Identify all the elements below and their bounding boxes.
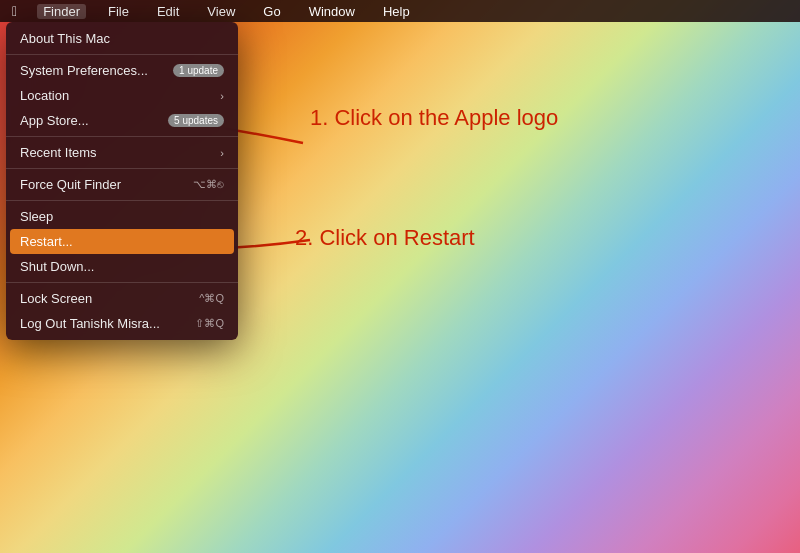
menu-item-location[interactable]: Location ›	[6, 83, 238, 108]
go-menu[interactable]: Go	[257, 4, 286, 19]
menu-item-about[interactable]: About This Mac	[6, 26, 238, 51]
force-quit-shortcut: ⌥⌘⎋	[193, 178, 224, 191]
view-menu[interactable]: View	[201, 4, 241, 19]
system-prefs-badge: 1 update	[173, 64, 224, 77]
lock-screen-shortcut: ^⌘Q	[199, 292, 224, 305]
location-label: Location	[20, 88, 220, 103]
window-menu[interactable]: Window	[303, 4, 361, 19]
menu-item-system-prefs[interactable]: System Preferences... 1 update	[6, 58, 238, 83]
edit-menu[interactable]: Edit	[151, 4, 185, 19]
app-store-label: App Store...	[20, 113, 160, 128]
logout-label: Log Out Tanishk Misra...	[20, 316, 187, 331]
about-label: About This Mac	[20, 31, 224, 46]
menu-item-force-quit[interactable]: Force Quit Finder ⌥⌘⎋	[6, 172, 238, 197]
logout-shortcut: ⇧⌘Q	[195, 317, 224, 330]
recent-items-label: Recent Items	[20, 145, 220, 160]
force-quit-label: Force Quit Finder	[20, 177, 185, 192]
menu-divider-5	[6, 282, 238, 283]
menu-divider-3	[6, 168, 238, 169]
menu-item-restart[interactable]: Restart...	[10, 229, 234, 254]
menu-divider-1	[6, 54, 238, 55]
menu-divider-2	[6, 136, 238, 137]
sleep-label: Sleep	[20, 209, 224, 224]
file-menu[interactable]: File	[102, 4, 135, 19]
instruction-step2: 2. Click on Restart	[295, 225, 475, 251]
menubar:  Finder File Edit View Go Window Help	[0, 0, 800, 22]
menu-item-logout[interactable]: Log Out Tanishk Misra... ⇧⌘Q	[6, 311, 238, 336]
menu-item-shutdown[interactable]: Shut Down...	[6, 254, 238, 279]
menu-item-recent-items[interactable]: Recent Items ›	[6, 140, 238, 165]
menu-divider-4	[6, 200, 238, 201]
shutdown-label: Shut Down...	[20, 259, 224, 274]
location-arrow-icon: ›	[220, 90, 224, 102]
app-store-badge: 5 updates	[168, 114, 224, 127]
finder-menu[interactable]: Finder	[37, 4, 86, 19]
menu-item-app-store[interactable]: App Store... 5 updates	[6, 108, 238, 133]
recent-items-arrow-icon: ›	[220, 147, 224, 159]
help-menu[interactable]: Help	[377, 4, 416, 19]
menu-item-lock-screen[interactable]: Lock Screen ^⌘Q	[6, 286, 238, 311]
lock-screen-label: Lock Screen	[20, 291, 191, 306]
apple-dropdown-menu: About This Mac System Preferences... 1 u…	[6, 22, 238, 340]
apple-menu-button[interactable]: 	[8, 3, 21, 19]
instruction-step1: 1. Click on the Apple logo	[310, 105, 558, 131]
restart-label: Restart...	[20, 234, 224, 249]
desktop:  Finder File Edit View Go Window Help A…	[0, 0, 800, 553]
system-prefs-label: System Preferences...	[20, 63, 165, 78]
menu-item-sleep[interactable]: Sleep	[6, 204, 238, 229]
